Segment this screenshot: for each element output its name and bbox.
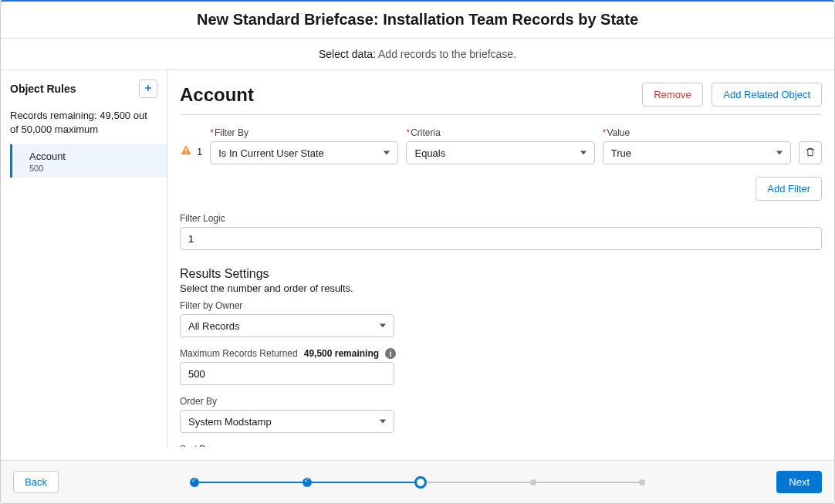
- results-settings-subtitle: Select the number and order of results.: [180, 282, 822, 294]
- sidebar-item-label: Account: [29, 151, 157, 162]
- filter-by-owner-label: Filter by Owner: [180, 300, 822, 311]
- order-by-select[interactable]: System Modstamp: [180, 410, 394, 433]
- sidebar: Object Rules Records remaining: 49,500 o…: [1, 70, 167, 447]
- next-button[interactable]: Next: [776, 471, 822, 493]
- svg-rect-2: [185, 148, 186, 151]
- step-2-dot: [303, 478, 312, 487]
- value-select[interactable]: True: [603, 141, 791, 164]
- step-3-dot: [414, 476, 427, 489]
- step-line: [312, 482, 415, 483]
- step-line: [427, 482, 530, 483]
- sidebar-item-count: 500: [29, 164, 157, 173]
- modal-title: New Standard Briefcase: Installation Tea…: [1, 11, 834, 29]
- step-4-dot: [530, 479, 536, 485]
- step-5-dot: [639, 479, 645, 485]
- delete-filter-button[interactable]: [799, 141, 822, 164]
- records-remaining: Records remaining: 49,500 out of 50,000 …: [10, 109, 167, 137]
- subheader-desc: Add records to the briefcase.: [378, 48, 516, 60]
- modal-header: New Standard Briefcase: Installation Tea…: [1, 2, 834, 39]
- step-1-dot: [190, 478, 199, 487]
- order-by-label: Order By: [180, 396, 822, 407]
- add-filter-button[interactable]: Add Filter: [756, 177, 822, 201]
- remove-button[interactable]: Remove: [642, 83, 702, 107]
- subheader-lead: Select data:: [319, 48, 376, 60]
- criteria-label: *Criteria: [406, 127, 594, 138]
- progress-indicator: [74, 476, 761, 489]
- filter-logic-input[interactable]: [180, 227, 822, 250]
- max-records-input[interactable]: [180, 362, 394, 385]
- sidebar-item-account[interactable]: Account 500: [10, 144, 167, 178]
- step-line: [536, 482, 640, 483]
- sidebar-title: Object Rules: [10, 83, 76, 95]
- footer: Back Next: [1, 460, 834, 503]
- warning-icon: [180, 144, 192, 159]
- filter-number: 1: [197, 146, 202, 157]
- info-icon: i: [385, 348, 396, 359]
- filter-logic-label: Filter Logic: [180, 213, 822, 224]
- add-object-button[interactable]: [139, 79, 157, 98]
- value-label: *Value: [603, 127, 791, 138]
- plus-icon: [143, 83, 154, 96]
- subheader: Select data: Add records to the briefcas…: [1, 39, 834, 70]
- results-settings-title: Results Settings: [180, 267, 822, 281]
- filter-by-select[interactable]: Is In Current User State: [210, 141, 398, 164]
- main-panel: Account Remove Add Related Object 1 *Fil…: [167, 70, 834, 447]
- svg-rect-3: [185, 153, 186, 154]
- sort-by-label: Sort By: [180, 444, 822, 447]
- trash-icon: [805, 147, 816, 160]
- filter-by-owner-select[interactable]: All Records: [180, 314, 394, 337]
- back-button[interactable]: Back: [13, 471, 59, 493]
- add-related-object-button[interactable]: Add Related Object: [712, 83, 822, 107]
- max-records-remaining: 49,500 remaining: [304, 348, 379, 359]
- filter-by-label: *Filter By: [210, 127, 398, 138]
- object-title: Account: [180, 84, 254, 106]
- step-line: [199, 482, 303, 483]
- criteria-select[interactable]: Equals: [406, 141, 594, 164]
- max-records-label: Maximum Records Returned: [180, 348, 298, 359]
- filter-row: 1 *Filter By Is In Current User State *C…: [180, 127, 822, 164]
